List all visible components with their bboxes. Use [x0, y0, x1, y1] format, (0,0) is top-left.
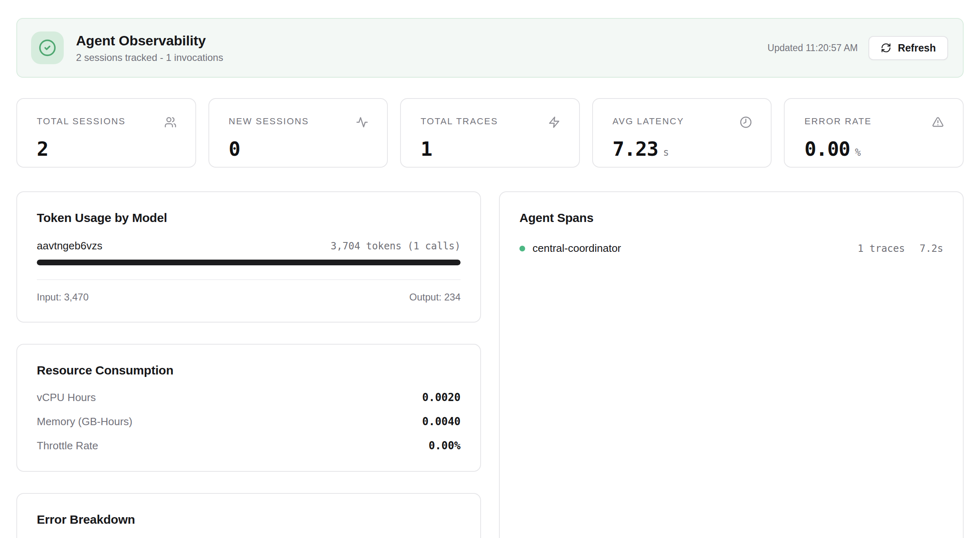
stat-value: 0	[229, 137, 240, 160]
stat-value: 1	[421, 137, 432, 160]
model-usage-row: aavtngeb6vzs 3,704 tokens (1 calls)	[37, 240, 461, 252]
agent-spans-card: Agent Spans central-coordinator 1 traces…	[499, 191, 964, 538]
banner-right: Updated 11:20:57 AM Refresh	[767, 36, 948, 60]
output-tokens-text: Output: 234	[409, 291, 461, 303]
token-usage-title: Token Usage by Model	[37, 211, 461, 225]
stat-label: TOTAL TRACES	[421, 116, 498, 127]
stat-label: ERROR RATE	[804, 116, 872, 127]
error-breakdown-title: Error Breakdown	[37, 513, 461, 527]
page-title: Agent Observability	[76, 33, 767, 49]
resource-row-vcpu: vCPU Hours 0.0020	[37, 391, 461, 404]
header-banner: Agent Observability 2 sessions tracked -…	[16, 18, 964, 78]
updated-timestamp: Updated 11:20:57 AM	[767, 43, 858, 54]
stat-unit: s	[663, 147, 669, 158]
page-subtitle: 2 sessions tracked - 1 invocations	[76, 52, 767, 63]
divider	[37, 279, 461, 280]
resource-consumption-title: Resource Consumption	[37, 363, 461, 377]
span-duration: 7.2s	[920, 243, 943, 254]
refresh-button[interactable]: Refresh	[868, 36, 948, 60]
resource-row-throttle: Throttle Rate 0.00%	[37, 439, 461, 452]
span-name: central-coordinator	[533, 242, 858, 255]
left-column: Token Usage by Model aavtngeb6vzs 3,704 …	[16, 191, 481, 538]
stats-row: TOTAL SESSIONS 2 NEW SESSIONS	[16, 98, 964, 168]
stat-card-total-sessions: TOTAL SESSIONS 2	[16, 98, 196, 168]
zap-icon	[548, 116, 560, 128]
dashboard-page: Agent Observability 2 sessions tracked -…	[0, 0, 980, 538]
token-usage-bar-fill	[37, 260, 461, 265]
span-traces-count: 1 traces	[858, 243, 905, 254]
stat-card-new-sessions: NEW SESSIONS 0	[208, 98, 388, 168]
error-breakdown-card: Error Breakdown Error Rate 0.00%	[16, 493, 481, 538]
alert-triangle-icon	[932, 116, 944, 128]
refresh-icon	[881, 43, 891, 53]
resource-value: 0.0040	[422, 415, 461, 428]
status-icon-box	[31, 31, 64, 64]
main-content: Token Usage by Model aavtngeb6vzs 3,704 …	[16, 191, 964, 538]
resource-value: 0.00%	[429, 439, 461, 452]
check-circle-icon	[38, 39, 56, 57]
activity-icon	[356, 116, 368, 128]
resource-value: 0.0020	[422, 391, 461, 404]
model-usage-text: 3,704 tokens (1 calls)	[331, 240, 461, 252]
resource-consumption-card: Resource Consumption vCPU Hours 0.0020 M…	[16, 344, 481, 472]
stat-card-total-traces: TOTAL TRACES 1	[400, 98, 580, 168]
stat-value: 2	[37, 137, 48, 160]
token-usage-bar-track	[37, 260, 461, 265]
token-usage-card: Token Usage by Model aavtngeb6vzs 3,704 …	[16, 191, 481, 323]
resource-label: Memory (GB-Hours)	[37, 415, 132, 428]
stat-value: 0.00	[804, 137, 850, 160]
resource-row-memory: Memory (GB-Hours) 0.0040	[37, 415, 461, 428]
stat-label: TOTAL SESSIONS	[37, 116, 125, 127]
clock-icon	[740, 116, 752, 128]
input-output-row: Input: 3,470 Output: 234	[37, 291, 461, 303]
users-icon	[164, 116, 177, 128]
span-metrics: 1 traces 7.2s	[858, 243, 943, 254]
refresh-button-label: Refresh	[898, 42, 936, 54]
stat-card-error-rate: ERROR RATE 0.00 %	[784, 98, 964, 168]
right-column: Agent Spans central-coordinator 1 traces…	[499, 191, 964, 538]
stat-label: NEW SESSIONS	[229, 116, 309, 127]
input-tokens-text: Input: 3,470	[37, 291, 89, 303]
stat-unit: %	[855, 147, 861, 158]
resource-rows: vCPU Hours 0.0020 Memory (GB-Hours) 0.00…	[37, 391, 461, 452]
stat-value: 7.23	[613, 137, 658, 160]
resource-label: Throttle Rate	[37, 439, 98, 452]
agent-spans-title: Agent Spans	[519, 211, 943, 225]
agent-span-row: central-coordinator 1 traces 7.2s	[519, 242, 943, 255]
banner-titles: Agent Observability 2 sessions tracked -…	[76, 33, 767, 63]
span-status-dot	[519, 246, 525, 251]
stat-card-avg-latency: AVG LATENCY 7.23 s	[592, 98, 772, 168]
stat-label: AVG LATENCY	[613, 116, 684, 127]
model-name: aavtngeb6vzs	[37, 240, 102, 252]
resource-label: vCPU Hours	[37, 391, 96, 404]
